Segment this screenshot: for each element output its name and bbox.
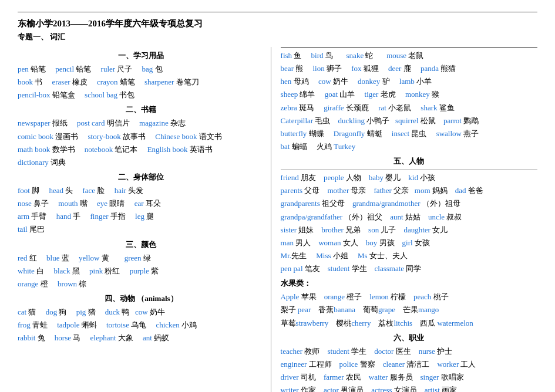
vocab-line: book 书 eraser 橡皮 crayon 蜡笔 sharpener 卷笔刀 (18, 76, 265, 88)
vocab-line: writer 作家 actor 男演员 actress 女演员 artist 画… (281, 384, 537, 392)
vocab-line: bear 熊 lion 狮子 fox 狐狸 deer 鹿 panda 熊猫 (281, 63, 537, 75)
vocab-line: 梨子 pear 香蕉banana 葡萄grape 芒果mango (281, 304, 537, 316)
section-title-fruit: 水果类： (281, 278, 537, 289)
vocab-line: grandpa/grandfather （外）祖父 aunt 姑姑 uncle … (281, 211, 537, 223)
vocab-line: bat 蝙蝠 火鸡 Turkey (281, 141, 537, 153)
content-area: 一、学习用品 pen 铅笔 pencil 铅笔 ruler 尺子 bag 包 b… (18, 47, 537, 392)
right-top-border (281, 47, 537, 48)
vocab-line: nose 鼻子 mouth 嘴 eye 眼睛 ear 耳朵 (18, 198, 265, 209)
vocab-line: driver 司机 farmer 农民 waiter 服务员 singer 歌唱… (281, 371, 537, 383)
vocab-line: orange 橙 brown 棕 (18, 278, 265, 290)
right-column: fish 鱼 bird 鸟 snake 蛇 mouse 老鼠 bear 熊 li… (271, 47, 537, 392)
vocab-line: cat 猫 dog 狗 pig 猪 duck 鸭 cow 奶牛 (18, 306, 265, 318)
vocab-line: zebra 斑马 giraffe 长颈鹿 rat 小老鼠 shark 鲨鱼 (281, 102, 537, 114)
section-title-1: 一、学习用品 (18, 50, 265, 61)
vocab-line: foot 脚 head 头 face 脸 hair 头发 (18, 185, 265, 197)
vocab-line: math book 数学书 notebook 笔记本 English book … (18, 144, 265, 156)
vocab-line: fish 鱼 bird 鸟 snake 蛇 mouse 老鼠 (281, 50, 537, 62)
main-title: 东榆小学2013——2016学年度六年级专项总复习 (18, 18, 537, 29)
vocab-line: engineer 工程师 police 警察 cleaner 清洁工 worke… (281, 359, 537, 370)
separator (281, 169, 537, 170)
vocab-line: teacher 教师 student 学生 doctor 医生 nurse 护士 (281, 346, 537, 357)
vocab-line: rabbit 兔 horse 马 elephant 大象 ant 蚂蚁 (18, 332, 265, 344)
vocab-line: Mr.先生 Miss 小姐 Ms 女士、夫人 (281, 250, 537, 262)
section-title-5: 四、动物 （animals） (18, 293, 265, 304)
vocab-line: comic book 漫画书 story-book 故事书 Chinese bo… (18, 131, 265, 143)
vocab-line: arm 手臂 hand 手 finger 手指 leg 腿 (18, 211, 265, 222)
vocab-line: tail 尾巴 (18, 224, 265, 235)
section-title-people: 五、人物 (281, 156, 537, 167)
vocab-line: pen pal 笔友 student 学生 classmate 同学 (281, 263, 537, 275)
left-column: 一、学习用品 pen 铅笔 pencil 铅笔 ruler 尺子 bag 包 b… (18, 47, 271, 392)
vocab-line: dictionary 词典 (18, 157, 265, 168)
vocab-line: friend 朋友 people 人物 baby 婴儿 kid 小孩 (281, 172, 537, 184)
vocab-line: newspaper 报纸 post card 明信片 magazine 杂志 (18, 117, 265, 129)
vocab-line: butterfly 蝴蝶 Dragonfly 蜻蜓 insect 昆虫 swal… (281, 128, 537, 140)
vocab-line: red 红 blue 蓝 yellow 黄 green 绿 (18, 252, 265, 264)
vocab-line: Apple 苹果 orange 橙子 lemon 柠檬 peach 桃子 (281, 291, 537, 303)
vocab-line: parents 父母 mother 母亲 father 父亲 mom 妈妈 da… (281, 185, 537, 197)
vocab-line: man 男人 woman 女人 boy 男孩 girl 女孩 (281, 237, 537, 249)
vocab-line: frog 青蛙 tadpole 蝌蚪 tortoise 乌龟 chicken 小… (18, 319, 265, 331)
subtitle: 专题一、 词汇 (18, 32, 537, 42)
section-title-job: 六、职业 (281, 333, 537, 343)
vocab-line: white 白 black 黑 pink 粉红 purple 紫 (18, 265, 265, 277)
vocab-line: hen 母鸡 cow 奶牛 donkey 驴 lamb 小羊 (281, 76, 537, 87)
vocab-line: sister 姐妹 brother 兄弟 son 儿子 daughter 女儿 (281, 224, 537, 236)
section-title-4: 三、颜色 (18, 239, 265, 250)
section-title-2: 二、书籍 (18, 104, 265, 115)
vocab-line: Caterpillar 毛虫 duckling 小鸭子 squirrel 松鼠 … (281, 115, 537, 127)
vocab-line: 草莓strawberry 樱桃cherry 荔枝litchis 西瓜 water… (281, 317, 537, 329)
vocab-line: grandparents 祖父母 grandma/grandmother （外）… (281, 198, 537, 209)
vocab-line: sheep 绵羊 goat 山羊 tiger 老虎 monkey 猴 (281, 89, 537, 100)
top-border (18, 12, 537, 12)
vocab-line: pen 铅笔 pencil 铅笔 ruler 尺子 bag 包 (18, 63, 265, 75)
section-title-3: 二、身体部位 (18, 172, 265, 183)
vocab-line: pencil-box 铅笔盒 school bag 书包 (18, 89, 265, 101)
